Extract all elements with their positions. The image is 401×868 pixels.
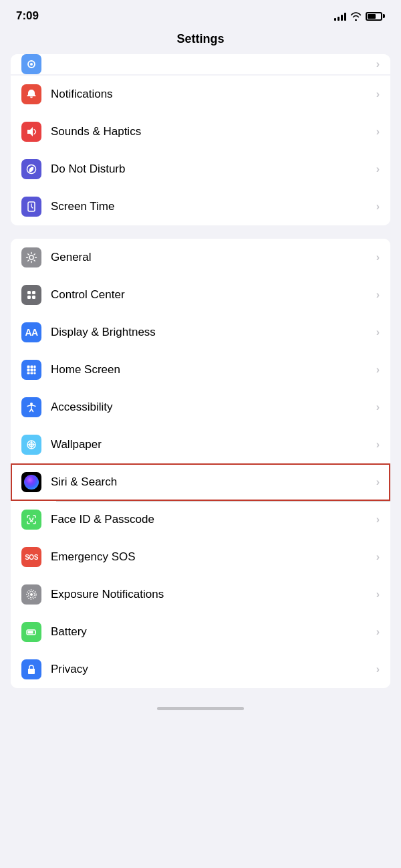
general-chevron: › bbox=[376, 251, 380, 263]
dnd-chevron: › bbox=[376, 163, 380, 175]
home-bar bbox=[157, 707, 244, 710]
settings-row-battery[interactable]: Battery › bbox=[11, 613, 390, 651]
controlcenter-chevron: › bbox=[376, 289, 380, 301]
homescreen-label: Home Screen bbox=[51, 363, 374, 376]
controlcenter-icon bbox=[21, 285, 41, 305]
battery-chevron: › bbox=[376, 626, 380, 638]
settings-row-privacy[interactable]: Privacy › bbox=[11, 651, 390, 688]
general-icon bbox=[21, 247, 41, 267]
exposure-icon bbox=[21, 584, 41, 605]
accessibility-chevron: › bbox=[376, 401, 380, 413]
settings-group-2: General › Control Center › AA Display & … bbox=[11, 239, 390, 688]
general-label: General bbox=[51, 251, 374, 264]
controlcenter-label: Control Center bbox=[51, 288, 374, 302]
settings-row-general[interactable]: General › bbox=[11, 239, 390, 276]
siri-chevron: › bbox=[376, 476, 380, 488]
wallpaper-chevron: › bbox=[376, 439, 380, 451]
screentime-chevron: › bbox=[376, 201, 380, 213]
svg-rect-9 bbox=[27, 366, 30, 368]
dnd-label: Do Not Disturb bbox=[51, 162, 374, 176]
svg-rect-15 bbox=[27, 372, 30, 374]
accessibility-label: Accessibility bbox=[51, 401, 374, 414]
settings-row-screentime[interactable]: Screen Time › bbox=[11, 188, 390, 225]
emergency-label: Emergency SOS bbox=[51, 550, 374, 564]
emergency-chevron: › bbox=[376, 551, 380, 563]
privacy-icon bbox=[21, 659, 41, 679]
settings-row-sounds[interactable]: Sounds & Haptics › bbox=[11, 113, 390, 150]
settings-row-wallpaper[interactable]: Wallpaper › bbox=[11, 426, 390, 463]
faceid-label: Face ID & Passcode bbox=[51, 513, 374, 526]
svg-marker-2 bbox=[27, 127, 33, 136]
svg-rect-10 bbox=[31, 366, 33, 368]
screentime-label: Screen Time bbox=[51, 200, 374, 213]
svg-rect-6 bbox=[32, 291, 35, 294]
status-time: 7:09 bbox=[16, 9, 39, 23]
emergency-icon: SOS bbox=[21, 547, 41, 567]
settings-row-homescreen[interactable]: Home Screen › bbox=[11, 351, 390, 389]
battery-icon bbox=[21, 622, 41, 642]
battery-label: Battery bbox=[51, 625, 374, 639]
notifications-chevron: › bbox=[376, 88, 380, 100]
svg-rect-5 bbox=[27, 291, 31, 294]
exposure-chevron: › bbox=[376, 588, 380, 601]
svg-point-4 bbox=[29, 255, 33, 259]
siri-label: Siri & Search bbox=[51, 475, 374, 489]
status-bar: 7:09 bbox=[0, 0, 401, 28]
faceid-chevron: › bbox=[376, 514, 380, 526]
settings-row-exposure[interactable]: Exposure Notifications › bbox=[11, 576, 390, 613]
sounds-label: Sounds & Haptics bbox=[51, 125, 374, 138]
svg-rect-7 bbox=[27, 296, 31, 299]
svg-rect-16 bbox=[31, 372, 33, 374]
home-indicator bbox=[0, 701, 401, 717]
accessibility-icon bbox=[21, 397, 41, 417]
display-chevron: › bbox=[376, 326, 380, 338]
svg-rect-27 bbox=[28, 631, 33, 634]
display-icon: AA bbox=[21, 322, 41, 342]
settings-row-accessibility[interactable]: Accessibility › bbox=[11, 389, 390, 426]
exposure-label: Exposure Notifications bbox=[51, 588, 374, 601]
page-header: Settings bbox=[0, 28, 401, 54]
homescreen-chevron: › bbox=[376, 364, 380, 376]
partial-icon bbox=[25, 58, 37, 70]
settings-row-faceid[interactable]: Face ID & Passcode › bbox=[11, 501, 390, 538]
svg-point-1 bbox=[30, 63, 33, 66]
battery-status-icon bbox=[366, 12, 385, 21]
faceid-icon bbox=[21, 510, 41, 530]
display-label: Display & Brightness bbox=[51, 326, 374, 339]
screentime-icon bbox=[21, 197, 41, 217]
svg-rect-14 bbox=[34, 369, 36, 372]
svg-rect-8 bbox=[32, 296, 35, 299]
privacy-label: Privacy bbox=[51, 663, 374, 676]
settings-row-dnd[interactable]: Do Not Disturb › bbox=[11, 150, 390, 188]
wallpaper-label: Wallpaper bbox=[51, 438, 374, 451]
partial-top-item: › bbox=[11, 54, 390, 74]
settings-row-siri[interactable]: Siri & Search › bbox=[11, 463, 390, 501]
dnd-icon bbox=[21, 159, 41, 179]
settings-row-emergency[interactable]: SOS Emergency SOS › bbox=[11, 538, 390, 576]
svg-rect-11 bbox=[34, 366, 36, 368]
svg-point-23 bbox=[30, 593, 33, 596]
notifications-label: Notifications bbox=[51, 88, 374, 101]
notifications-icon bbox=[21, 84, 41, 104]
status-icons bbox=[334, 12, 385, 21]
homescreen-icon bbox=[21, 360, 41, 380]
wifi-icon bbox=[350, 12, 362, 21]
sounds-chevron: › bbox=[376, 126, 380, 138]
svg-rect-12 bbox=[27, 369, 30, 372]
settings-row-notifications[interactable]: Notifications › bbox=[11, 76, 390, 113]
svg-rect-13 bbox=[31, 369, 33, 372]
svg-rect-17 bbox=[34, 372, 36, 374]
siri-icon bbox=[21, 472, 41, 492]
sounds-icon bbox=[21, 122, 41, 142]
settings-row-control-center[interactable]: Control Center › bbox=[11, 276, 390, 314]
settings-row-display[interactable]: AA Display & Brightness › bbox=[11, 314, 390, 351]
wallpaper-icon bbox=[21, 435, 41, 455]
signal-icon bbox=[334, 12, 346, 21]
page-title: Settings bbox=[0, 32, 401, 46]
settings-group-1: Notifications › Sounds & Haptics › Do No… bbox=[11, 76, 390, 225]
privacy-chevron: › bbox=[376, 663, 380, 675]
